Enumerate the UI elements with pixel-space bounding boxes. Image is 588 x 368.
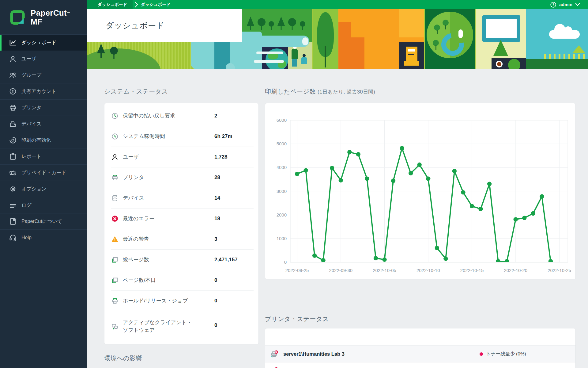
printer-status-row[interactable]: server1\Humanities Lab 3 トナー残量少 (0%) [265,345,575,362]
status-label: ホールド/リリース・ジョブ [123,297,210,305]
help-headset-icon [9,234,17,242]
svg-text:2022-10-10: 2022-10-10 [417,268,440,273]
system-status-row: アクティブなクライアント・ ソフトウェア 0 [111,311,254,342]
status-value: 28 [214,174,254,181]
enable-printing-icon [9,136,17,144]
help-circle-icon[interactable]: ? [550,2,556,8]
sidebar-item-label: ダッシュボード [21,40,56,46]
system-status-card: 保留中の払い戻し要求 2 システム稼働時間 6h 27m ユーザ 1,728 プ… [104,103,259,344]
sidebar-item[interactable]: ダッシュボード [0,34,87,51]
svg-text:5000: 5000 [277,141,287,146]
sidebar-item[interactable]: PaperCutについて [0,213,87,229]
logs-icon [9,201,17,209]
sidebar-item[interactable]: ログ [0,197,87,213]
status-label: 最近のエラー [123,215,210,223]
breadcrumb-current[interactable]: ダッシュボード [141,2,170,7]
status-label: プリンタ [123,174,210,182]
user-menu[interactable]: admin [559,2,572,7]
options-gear-icon [9,185,17,193]
sidebar-item-label: Help [21,235,32,240]
tree-icon [96,43,106,59]
status-value: 14 [214,195,254,201]
status-value: 1,728 [214,154,254,160]
status-value: 0 [214,277,254,283]
warning-triangle-icon [111,236,119,243]
sidebar-item[interactable]: オプション [0,181,87,197]
svg-text:2022-09-30: 2022-09-30 [329,268,352,273]
svg-text:2000: 2000 [277,212,287,217]
sidebar-item[interactable]: プリペイド・カード [0,164,87,181]
printer-icon [9,104,17,112]
dashboard-chart-icon [9,39,17,47]
clock-icon [111,112,119,120]
system-status-row: ページ数/本日 0 [111,270,254,290]
system-status-row: 総ページ数 2,471,157 [111,249,254,270]
sidebar-item-label: プリペイド・カード [21,170,66,176]
sidebar-item[interactable]: レポート [0,148,87,164]
sidebar-item[interactable]: ユーザ [0,51,87,67]
sidebar-item[interactable]: グループ [0,67,87,83]
status-value: 6h 27m [214,133,254,140]
sidebar-item[interactable]: プリンタ [0,99,87,116]
system-status-row: プリンタ 28 [111,167,254,188]
system-status-row: デバイス 14 [111,188,254,208]
svg-text:2022-10-25: 2022-10-25 [548,268,571,273]
system-status-title: システム・ステータス [104,87,168,96]
topbar: ダッシュボード ダッシュボード ? admin [87,0,588,9]
status-value: 2 [214,113,254,119]
sidebar-item[interactable]: デバイス [0,116,87,132]
svg-text:6000: 6000 [277,117,287,123]
client-software-icon [111,323,119,330]
toner-low-dot-icon [480,352,483,356]
banner-orange-tile [338,9,424,69]
pages-icon [111,277,119,284]
status-label: 総ページ数 [123,256,210,264]
sidebar-item-label: オプション [21,186,47,192]
cloud-icon [549,30,580,39]
sidebar-item[interactable]: Help [0,229,87,246]
breadcrumb-chevron-icon [134,1,138,8]
shared-account-icon [9,87,17,95]
printer-status-row-partial [265,328,575,345]
sidebar-item-label: 共有アカウント [21,88,56,95]
group-icon [9,71,17,79]
printer-status-row[interactable]: server1\Philosophy Print Room 3 トナー残量少 (… [265,362,575,368]
sidebar-item-label: ユーザ [21,56,36,62]
tree-icon [109,46,119,59]
printer-name-link[interactable]: server1\Humanities Lab 3 [283,351,345,357]
chart-title: 印刷したページ数 (1日あたり, 過去30日間) [265,87,375,96]
environmental-impact-title: 環境への影響 [104,354,142,362]
sidebar-item-label: ログ [21,202,32,209]
pages-icon [111,256,119,263]
papercut-logo[interactable]: PaperCut™MF [0,0,87,34]
toner-status-text: トナー残量少 (0%) [486,351,526,357]
error-circle-icon [111,215,119,222]
banner-bigtree-tile [313,9,338,69]
sidebar-item[interactable]: 共有アカウント [0,83,87,99]
system-status-row: 最近の警告 3 [111,229,254,249]
svg-text:?: ? [552,3,554,6]
status-label: アクティブなクライアント・ ソフトウェア [123,319,210,334]
page-title: ダッシュボード [106,20,165,31]
printer-status-card: server1\Humanities Lab 3 トナー残量少 (0%) ser… [265,328,576,368]
banner-recycle-tile [425,9,475,69]
system-status-row: ホールド/リリース・ジョブ 0 [111,290,254,311]
svg-text:2022-09-25: 2022-09-25 [285,268,309,273]
system-status-row: 保留中の払い戻し要求 2 [111,106,254,126]
user-icon [9,55,17,63]
sidebar-item[interactable]: 印刷の有効化 [0,132,87,148]
sidebar-item-label: グループ [21,72,41,79]
pages-printed-chart: 01000200030004000500060002022-09-252022-… [265,103,575,279]
printer-green-icon [111,174,119,181]
printer-error-icon [270,367,278,368]
chevron-down-icon[interactable] [575,3,580,6]
sidebar-item-label: レポート [21,153,41,160]
printer-green-icon [111,297,119,305]
breadcrumb-root[interactable]: ダッシュボード [87,0,133,9]
svg-text:0: 0 [284,259,287,265]
database-icon [111,194,119,202]
banner-sky-tile [526,9,588,69]
main-content: システム・ステータス 保留中の払い戻し要求 2 システム稼働時間 6h 27m … [87,69,588,368]
sidebar-nav: ダッシュボード ユーザ グループ 共有アカウント プリンタ [0,34,87,246]
status-label: 最近の警告 [123,236,210,243]
